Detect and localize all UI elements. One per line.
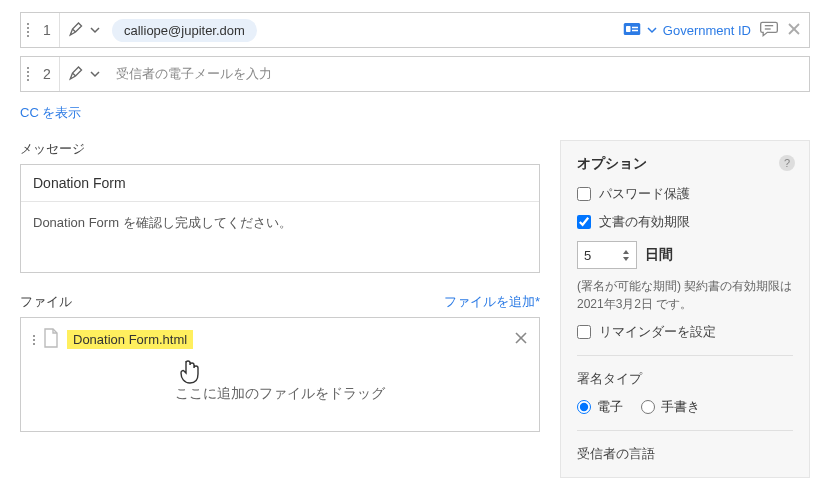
password-protect-option[interactable]: パスワード保護 — [577, 185, 793, 203]
document-icon — [43, 328, 59, 351]
role-selector[interactable] — [60, 64, 108, 85]
expiry-days-input[interactable]: 5 — [577, 241, 637, 269]
role-selector[interactable] — [60, 20, 108, 41]
drag-handle[interactable] — [21, 67, 35, 81]
password-protect-label: パスワード保護 — [599, 185, 690, 203]
show-cc-link[interactable]: CC を表示 — [20, 104, 81, 122]
chevron-down-icon — [90, 23, 100, 38]
file-row: Donation Form.html — [21, 318, 539, 361]
drag-handle[interactable] — [33, 335, 35, 345]
svg-rect-1 — [626, 26, 631, 32]
signature-electronic-radio[interactable] — [577, 400, 591, 414]
files-box: Donation Form.html ここに追加のファイルをドラッグ — [20, 317, 540, 432]
message-box: Donation Form Donation Form を確認し完成してください… — [20, 164, 540, 273]
message-body-input[interactable]: Donation Form を確認し完成してください。 — [21, 202, 539, 272]
recipient-number: 1 — [35, 22, 59, 38]
spinner-buttons[interactable] — [622, 249, 630, 262]
chevron-down-icon — [647, 23, 657, 38]
recipient-language-label: 受信者の言語 — [577, 445, 793, 463]
file-name[interactable]: Donation Form.html — [67, 330, 193, 349]
recipient-email-chip[interactable]: calliope@jupiter.dom — [112, 19, 257, 42]
id-card-icon — [623, 22, 641, 39]
signature-written-radio[interactable] — [641, 400, 655, 414]
message-label: メッセージ — [20, 140, 540, 158]
document-expiry-option[interactable]: 文書の有効期限 — [577, 213, 793, 231]
message-subject-input[interactable]: Donation Form — [21, 165, 539, 202]
set-reminder-label: リマインダーを設定 — [599, 323, 716, 341]
drag-handle[interactable] — [21, 23, 35, 37]
recipient-number: 2 — [35, 66, 59, 82]
recipient-row: 1 calliope@jupiter.dom Government ID — [20, 12, 810, 48]
recipient-row: 2 受信者の電子メールを入力 — [20, 56, 810, 92]
remove-recipient-button[interactable] — [787, 22, 801, 39]
password-protect-checkbox[interactable] — [577, 187, 591, 201]
file-drop-zone[interactable]: ここに追加のファイルをドラッグ — [21, 361, 539, 431]
set-reminder-option[interactable]: リマインダーを設定 — [577, 323, 793, 341]
add-files-link[interactable]: ファイルを追加* — [444, 293, 540, 311]
pen-icon — [68, 64, 86, 85]
signature-type-label: 署名タイプ — [577, 370, 793, 388]
private-message-button[interactable] — [759, 20, 779, 41]
svg-rect-2 — [632, 26, 638, 28]
files-label: ファイル — [20, 293, 72, 311]
chevron-down-icon — [90, 67, 100, 82]
document-expiry-label: 文書の有効期限 — [599, 213, 690, 231]
help-icon[interactable]: ? — [779, 155, 795, 171]
signature-written-option[interactable]: 手書き — [641, 398, 700, 416]
drop-hint-text: ここに追加のファイルをドラッグ — [175, 385, 385, 401]
expiry-hint: (署名が可能な期間) 契約書の有効期限は 2021年3月2日 です。 — [577, 277, 793, 313]
signature-written-label: 手書き — [661, 398, 700, 416]
pen-icon — [68, 20, 86, 41]
identity-label: Government ID — [663, 23, 751, 38]
identity-verification-selector[interactable]: Government ID — [623, 22, 751, 39]
remove-file-button[interactable] — [515, 332, 527, 347]
document-expiry-checkbox[interactable] — [577, 215, 591, 229]
expiry-days-value: 5 — [584, 248, 591, 263]
set-reminder-checkbox[interactable] — [577, 325, 591, 339]
options-title: オプション — [577, 155, 793, 173]
options-panel: ? オプション パスワード保護 文書の有効期限 5 日間 (署名が可能な期間) … — [560, 140, 810, 478]
signature-electronic-label: 電子 — [597, 398, 623, 416]
svg-rect-3 — [632, 29, 638, 31]
recipient-email-input[interactable]: 受信者の電子メールを入力 — [108, 65, 809, 83]
days-unit-label: 日間 — [645, 246, 673, 264]
signature-electronic-option[interactable]: 電子 — [577, 398, 623, 416]
